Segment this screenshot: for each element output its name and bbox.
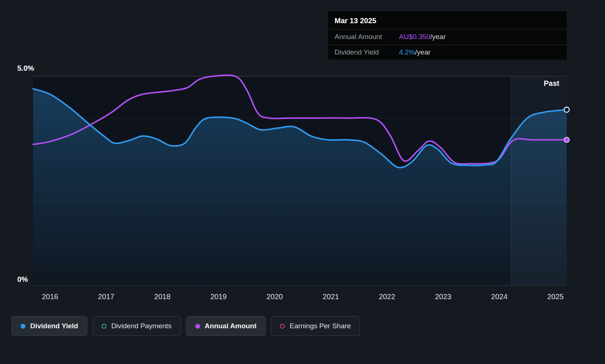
tooltip-value-suffix: /year	[415, 48, 430, 57]
tooltip-label: Dividend Yield	[335, 48, 399, 57]
x-axis-label: 2018	[154, 293, 171, 301]
x-axis-label: 2021	[323, 293, 339, 301]
tooltip-value: AU$0.350	[399, 32, 430, 42]
tooltip: Mar 13 2025 Annual Amount AU$0.350/year …	[328, 11, 567, 60]
past-label: Past	[544, 79, 560, 87]
legend-label: Earnings Per Share	[290, 322, 351, 330]
tooltip-date: Mar 13 2025	[328, 11, 567, 29]
legend-label: Annual Amount	[205, 322, 257, 330]
dividend-yield-dot-icon	[21, 324, 25, 329]
x-axis-label: 2019	[210, 293, 227, 301]
legend-button-dividend-payments[interactable]: Dividend Payments	[92, 316, 181, 336]
tooltip-row-annual-amount: Annual Amount AU$0.350/year	[328, 29, 567, 45]
legend-label: Dividend Payments	[111, 322, 172, 330]
legend: Dividend Yield Dividend Payments Annual …	[11, 316, 360, 336]
y-axis-label: 5.0%	[17, 64, 34, 72]
x-axis-label: 2017	[98, 293, 115, 301]
dividend-payments-ring-icon	[102, 324, 106, 329]
tooltip-value: 4.2%	[399, 48, 415, 57]
annual-amount-end-marker	[564, 137, 569, 143]
legend-button-dividend-yield[interactable]: Dividend Yield	[11, 316, 87, 336]
dividend-yield-end-marker	[564, 107, 569, 112]
x-axis-label: 2016	[42, 293, 58, 301]
x-axis-label: 2022	[379, 293, 395, 301]
tooltip-row-dividend-yield: Dividend Yield 4.2%/year	[328, 45, 567, 60]
y-axis-label: 0%	[17, 275, 28, 283]
x-axis-label: 2020	[266, 293, 283, 301]
tooltip-label: Annual Amount	[335, 32, 399, 42]
legend-label: Dividend Yield	[30, 322, 78, 330]
x-axis-label: 2024	[491, 293, 508, 301]
annual-amount-dot-icon	[195, 324, 200, 329]
dividend-history-chart-page: 5.0%0%2016201720182019202020212022202320…	[0, 0, 605, 364]
legend-button-annual-amount[interactable]: Annual Amount	[186, 316, 266, 336]
legend-button-earnings-per-share[interactable]: Earnings Per Share	[271, 316, 360, 336]
earnings-per-share-ring-icon	[280, 324, 285, 329]
x-axis-label: 2023	[435, 293, 451, 301]
tooltip-value-suffix: /year	[430, 32, 446, 42]
x-axis-label: 2025	[547, 293, 564, 301]
